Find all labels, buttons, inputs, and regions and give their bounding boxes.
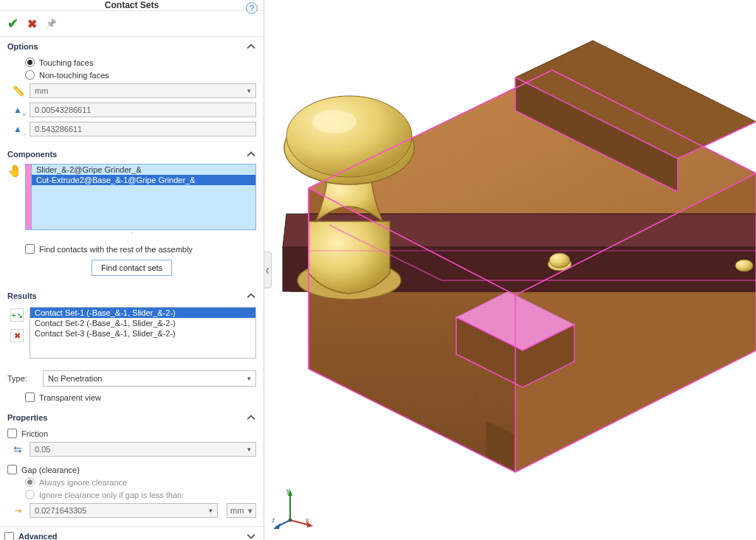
svg-point-1	[549, 253, 570, 268]
tolerance1-row: ▲+	[7, 100, 256, 120]
chevron-down-icon: ▾	[247, 375, 251, 382]
ok-icon[interactable]: ✔	[7, 15, 18, 32]
tolerance2-input[interactable]	[30, 122, 256, 136]
radio-gap-if-label: Ignore clearance only if gap is less tha…	[39, 491, 184, 499]
gap-value-row: ⇥ 0.0271643305 ▾ mm ▾	[7, 501, 256, 520]
radio-touching-label: Touching faces	[39, 58, 93, 67]
friction-coeff-row: ⇆ 0.05 ▾	[7, 440, 256, 459]
tolerance2-row: ▲-	[7, 120, 256, 139]
unit-value: mm	[35, 86, 48, 95]
result-item[interactable]: Contact Set-3 (-Base_&-1, Slider_&-2-)	[30, 328, 255, 339]
chevron-up-icon	[246, 412, 256, 423]
section-options-body: Touching faces Non-touching faces 📏 mm ▾…	[0, 55, 264, 145]
component-item[interactable]: Slider_&-2@Gripe Grinder_&	[32, 165, 255, 175]
svg-point-5	[286, 96, 412, 177]
panel-title: Contact Sets	[105, 0, 159, 10]
hand-icon: 🤚	[7, 164, 22, 178]
chevron-up-icon	[246, 41, 256, 52]
section-properties-title: Properties	[7, 413, 47, 422]
gap-value-input[interactable]: 0.0271643305 ▾	[30, 503, 218, 518]
checkbox-transparent-view[interactable]: Transparent view	[0, 391, 264, 408]
chevron-down-icon: ▾	[247, 446, 251, 453]
tolerance1-input[interactable]	[30, 103, 256, 117]
checkbox-icon	[4, 532, 14, 541]
chevron-up-icon	[246, 149, 256, 159]
axis-z-label: z	[272, 516, 275, 524]
checkbox-friction-label: Friction	[21, 429, 48, 438]
svg-point-2	[735, 260, 753, 271]
unit-dropdown[interactable]: mm ▾	[30, 83, 256, 98]
confirm-cancel-row: ✔ ✖	[0, 11, 264, 37]
selection-stripe	[26, 165, 32, 229]
section-results-title: Results	[7, 291, 37, 300]
friction-input[interactable]: 0.05 ▾	[30, 442, 256, 457]
section-components-header[interactable]: Components	[0, 145, 264, 162]
section-options-title: Options	[7, 42, 38, 51]
chevron-down-icon: ▾	[247, 87, 251, 94]
chevron-down-icon: ▾	[209, 507, 213, 514]
unit-row: 📏 mm ▾	[7, 81, 256, 100]
checkbox-icon	[25, 392, 35, 402]
svg-point-6	[312, 110, 357, 134]
axis-y-label: y	[286, 487, 290, 494]
section-results-body: +↘ ✖ Contact Set-1 (-Base_&-1, Slider_&-…	[0, 304, 264, 366]
radio-nontouching-faces[interactable]: Non-touching faces	[7, 69, 256, 81]
chevron-up-icon	[246, 291, 256, 301]
add-result-icon[interactable]: +↘	[10, 308, 24, 322]
radio-icon	[25, 477, 35, 487]
result-item[interactable]: Contact Set-2 (-Base_&-1, Slider_&-2-)	[30, 318, 255, 328]
section-options-header[interactable]: Options	[0, 37, 264, 55]
gap-unit: mm	[230, 506, 244, 515]
component-list[interactable]: Slider_&-2@Gripe Grinder_& Cut-Extrude2@…	[25, 164, 256, 230]
radio-gap-always[interactable]: Always ignore clearance	[7, 476, 256, 488]
gap-value: 0.0271643305	[35, 506, 86, 515]
result-item[interactable]: Contact Set-1 (-Base_&-1, Slider_&-2-)	[30, 308, 255, 318]
coordinate-triad: x y z	[272, 487, 316, 531]
checkbox-find-rest[interactable]: Find contacts with the rest of the assem…	[7, 243, 256, 255]
section-components-title: Components	[7, 150, 57, 159]
radio-icon	[25, 490, 35, 499]
svg-marker-12	[273, 523, 281, 529]
find-contact-sets-button[interactable]: Find contact sets	[92, 260, 172, 276]
axis-x-label: x	[306, 516, 309, 524]
help-icon[interactable]: ?	[246, 2, 258, 14]
radio-gap-if[interactable]: Ignore clearance only if gap is less tha…	[7, 488, 256, 501]
radio-nontouching-label: Non-touching faces	[39, 71, 109, 80]
checkbox-icon	[7, 465, 17, 474]
checkbox-gap[interactable]: Gap (clearance)	[7, 463, 256, 476]
checkbox-transparent-label: Transparent view	[39, 393, 101, 402]
section-advanced-header[interactable]: Advanced	[0, 526, 264, 540]
result-list[interactable]: Contact Set-1 (-Base_&-1, Slider_&-2-) C…	[30, 307, 256, 359]
section-results-header[interactable]: Results	[0, 286, 264, 304]
pushpin-icon[interactable]	[46, 18, 56, 29]
section-properties-header[interactable]: Properties	[0, 408, 264, 426]
remove-result-icon[interactable]: ✖	[10, 329, 24, 342]
section-components-body: 🤚 Slider_&-2@Gripe Grinder_& Cut-Extrude…	[0, 162, 264, 286]
checkbox-icon	[7, 429, 17, 438]
radio-gap-always-label: Always ignore clearance	[39, 478, 127, 487]
checkbox-icon	[25, 244, 35, 254]
panel-title-row: Contact Sets ?	[0, 0, 264, 11]
friction-value: 0.05	[35, 445, 50, 454]
contact-type-dropdown[interactable]: No Penetration ▾	[43, 370, 256, 387]
contact-type-value: No Penetration	[48, 374, 102, 383]
chevron-down-icon: ▾	[248, 506, 252, 516]
checkbox-find-rest-label: Find contacts with the rest of the assem…	[39, 245, 193, 254]
ruler-icon: 📏	[10, 85, 25, 97]
checkbox-friction[interactable]: Friction	[7, 427, 256, 440]
radio-touching-faces[interactable]: Touching faces	[7, 56, 256, 69]
contact-type-row: Type: No Penetration ▾	[0, 366, 264, 391]
property-manager-panel: Contact Sets ? ✔ ✖ Options Touching face…	[0, 0, 264, 540]
graphics-viewport[interactable]: ❮	[264, 0, 756, 540]
type-label: Type:	[7, 374, 37, 383]
radio-icon	[25, 58, 35, 67]
chevron-down-icon	[246, 531, 256, 540]
gap-icon: ⇥	[10, 506, 25, 516]
component-item[interactable]: Cut-Extrude2@Base_&-1@Gripe Grinder_&	[32, 175, 255, 185]
gap-unit-dropdown[interactable]: mm ▾	[227, 503, 256, 518]
section-properties-body: Friction ⇆ 0.05 ▾ Gap (clearance) Always…	[0, 426, 264, 526]
friction-icon: ⇆	[10, 443, 25, 455]
delta-minus-icon: ▲-	[10, 124, 25, 134]
cancel-icon[interactable]: ✖	[27, 17, 37, 31]
checkbox-gap-label: Gap (clearance)	[21, 465, 80, 474]
